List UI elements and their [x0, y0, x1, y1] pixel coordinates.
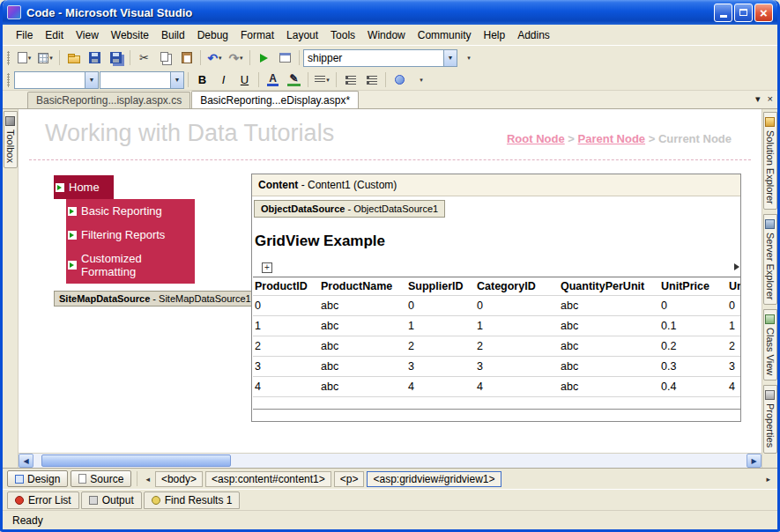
server-explorer-tab[interactable]: Server Explorer — [763, 214, 777, 305]
grid-cell: abc — [559, 336, 659, 357]
gridview-control[interactable]: ProductID ProductName SupplierID Categor… — [253, 277, 740, 397]
minimize-button[interactable] — [714, 4, 732, 22]
font-color-button[interactable]: A — [263, 70, 283, 90]
menu-tools[interactable]: Tools — [324, 26, 361, 44]
properties-tab[interactable]: Properties — [763, 385, 777, 453]
source-view-label: Source — [90, 473, 123, 485]
maximize-button[interactable] — [734, 4, 753, 22]
save-button[interactable] — [85, 48, 105, 68]
menu-format[interactable]: Format — [234, 26, 280, 44]
save-all-button[interactable] — [106, 48, 126, 68]
objectdatasource-control[interactable]: ObjectDataSource - ObjectDataSource1 — [254, 200, 445, 218]
menu-website[interactable]: Website — [105, 26, 155, 44]
content-placeholder-header[interactable]: Content - Content1 (Custom) — [252, 174, 740, 196]
menu-window[interactable]: Window — [361, 26, 412, 44]
highlight-button[interactable]: ✎ — [284, 70, 304, 90]
paste-button[interactable] — [176, 48, 197, 68]
tag-p-button[interactable]: <p> — [334, 471, 365, 487]
italic-button[interactable]: I — [213, 70, 234, 90]
menu-build[interactable]: Build — [155, 26, 191, 44]
grid-row: 3 abc 3 3 abc 0.3 3 — [253, 357, 740, 377]
grid-header-cell: CategoryID — [475, 277, 559, 296]
scroll-right-button[interactable]: ▶ — [747, 454, 761, 468]
tab-list-button[interactable]: ▾ — [755, 93, 761, 105]
scrollbar-thumb[interactable] — [41, 454, 231, 467]
menu-edit[interactable]: Edit — [39, 26, 70, 44]
output-tab[interactable]: Output — [81, 491, 142, 509]
menu-file[interactable]: File — [10, 26, 39, 44]
bullets-icon — [345, 76, 356, 85]
error-list-label: Error List — [28, 494, 71, 506]
menu-community[interactable]: Community — [412, 26, 478, 44]
breadcrumb-parent-link[interactable]: Parent Node — [578, 132, 646, 145]
sitemap-datasource-control[interactable]: SiteMapDataSource - SiteMapDataSource1 — [54, 291, 265, 307]
scroll-left-button[interactable]: ◀ — [19, 454, 33, 468]
tag-aspcontent-button[interactable]: <asp:content#content1> — [205, 471, 331, 487]
smart-tag-arrow-icon[interactable] — [734, 263, 739, 270]
undo-button[interactable]: ↶▾ — [204, 48, 225, 68]
numbering-button[interactable] — [361, 70, 382, 90]
open-button[interactable] — [63, 48, 84, 68]
nav-item-customized-formatting[interactable]: Customized Formatting — [66, 247, 195, 284]
hyperlink-button[interactable] — [390, 70, 410, 90]
window-title: Code - Microsoft Visual Studio — [26, 6, 709, 19]
combobox-dropdown-button[interactable]: ▼ — [443, 50, 457, 66]
page-title: Working with Data Tutorials — [45, 120, 334, 147]
solution-explorer-icon — [765, 117, 775, 127]
toolbox-tab[interactable]: Toolbox — [4, 111, 18, 168]
bold-button[interactable]: B — [192, 70, 212, 90]
toolbar-overflow-button[interactable]: ▾ — [458, 48, 479, 68]
menu-arrow-icon — [56, 183, 64, 192]
class-view-tab[interactable]: Class View — [763, 309, 777, 381]
chevron-down-icon: ▼ — [175, 77, 181, 83]
error-list-tab[interactable]: Error List — [7, 491, 79, 509]
breadcrumb: Root Node > Parent Node > Current Node — [507, 132, 732, 145]
find-results-tab[interactable]: Find Results 1 — [144, 491, 241, 509]
nav-item-home[interactable]: Home — [54, 175, 114, 199]
scrollbar-track[interactable] — [33, 454, 747, 468]
grid-cell: 1 — [406, 316, 475, 336]
block-format-combobox[interactable]: ▼ — [14, 71, 99, 89]
menu-addins[interactable]: Addins — [511, 26, 556, 44]
source-view-button[interactable]: Source — [71, 470, 131, 487]
breadcrumb-root-link[interactable]: Root Node — [507, 132, 565, 145]
start-debug-button[interactable] — [254, 48, 274, 68]
tag-nav-forward-button[interactable]: ▸ — [763, 475, 773, 484]
combobox-dropdown-button[interactable]: ▼ — [170, 72, 183, 88]
cut-button[interactable]: ✂ — [134, 48, 154, 68]
tag-nav-back-button[interactable]: ◂ — [143, 475, 152, 484]
toolbar-overflow-button[interactable]: ▾ — [411, 70, 431, 90]
new-file-button[interactable]: ▾ — [14, 48, 34, 68]
design-view-button[interactable]: Design — [7, 470, 68, 487]
combobox-dropdown-button[interactable]: ▼ — [85, 72, 98, 88]
font-name-combobox[interactable]: ▼ — [100, 71, 184, 89]
doc-tab-markup[interactable]: BasicReporting...eDisplay.aspx* — [191, 91, 359, 108]
tab-close-button[interactable]: × — [768, 93, 773, 105]
grid-header-cell: UnitPrice — [659, 277, 727, 296]
vs-logo-icon[interactable] — [7, 5, 21, 19]
browse-button[interactable] — [275, 48, 295, 68]
nav-item-filtering-reports[interactable]: Filtering Reports — [66, 223, 195, 247]
element-combobox[interactable]: shipper ▼ — [303, 49, 457, 67]
italic-icon: I — [222, 73, 226, 86]
copy-button[interactable] — [155, 48, 175, 68]
move-handle-icon[interactable]: + — [262, 262, 272, 273]
solution-explorer-tab[interactable]: Solution Explorer — [763, 112, 777, 210]
close-button[interactable]: × — [754, 4, 773, 22]
menu-view[interactable]: View — [70, 26, 105, 44]
nav-item-basic-reporting[interactable]: Basic Reporting — [66, 199, 195, 223]
tag-aspgridview-button[interactable]: <asp:gridview#gridview1> — [367, 471, 501, 487]
align-button[interactable]: ▾ — [312, 70, 332, 90]
output-icon — [89, 496, 98, 505]
underline-button[interactable]: U — [234, 70, 255, 90]
menu-debug[interactable]: Debug — [191, 26, 234, 44]
menu-help[interactable]: Help — [477, 26, 511, 44]
bullets-button[interactable] — [340, 70, 360, 90]
chevron-down-icon: ▾ — [755, 93, 761, 104]
add-item-button[interactable]: ▾ — [35, 48, 56, 68]
toolbar-separator — [200, 50, 201, 65]
tag-body-button[interactable]: <body> — [155, 471, 203, 487]
redo-button[interactable]: ↷▾ — [226, 48, 246, 68]
doc-tab-codebehind[interactable]: BasicReporting...isplay.aspx.cs — [27, 92, 190, 108]
menu-layout[interactable]: Layout — [280, 26, 324, 44]
